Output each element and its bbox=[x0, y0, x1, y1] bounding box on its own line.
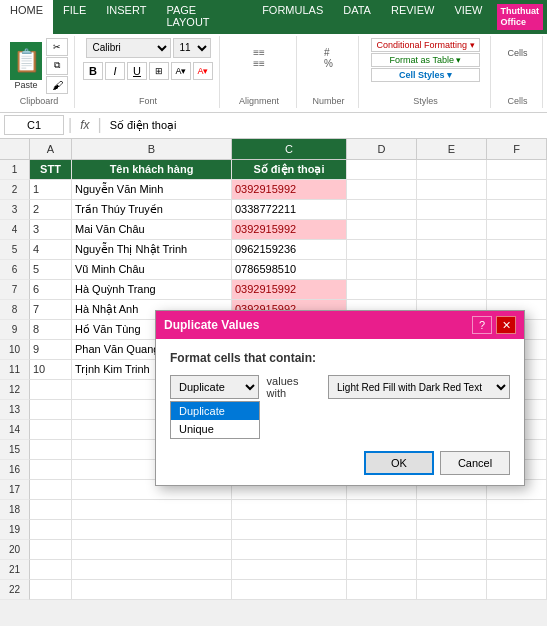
cell-b[interactable]: Vũ Minh Châu bbox=[72, 260, 232, 280]
cell-f[interactable] bbox=[487, 540, 547, 560]
cell-b[interactable] bbox=[72, 580, 232, 600]
cell-a[interactable]: 3 bbox=[30, 220, 72, 240]
cell-f[interactable] bbox=[487, 260, 547, 280]
cell-styles-button[interactable]: Cell Styles ▾ bbox=[371, 68, 479, 82]
format-as-table-button[interactable]: Format as Table ▾ bbox=[371, 53, 479, 67]
font-name-select[interactable]: Calibri bbox=[86, 38, 171, 58]
font-color-button[interactable]: A▾ bbox=[193, 62, 213, 80]
cell-c[interactable]: 0338772211 bbox=[232, 200, 347, 220]
cell-b[interactable]: Tên khách hàng bbox=[72, 160, 232, 180]
cell-a[interactable] bbox=[30, 460, 72, 480]
ok-button[interactable]: OK bbox=[364, 451, 434, 475]
table-row[interactable]: 20 bbox=[0, 540, 547, 560]
cancel-button[interactable]: Cancel bbox=[440, 451, 510, 475]
border-button[interactable]: ⊞ bbox=[149, 62, 169, 80]
cell-a[interactable]: 8 bbox=[30, 320, 72, 340]
cell-e[interactable] bbox=[417, 520, 487, 540]
cell-c[interactable]: 0962159236 bbox=[232, 240, 347, 260]
paste-area[interactable]: 📋 Paste bbox=[10, 42, 42, 90]
tab-home[interactable]: HOME bbox=[0, 0, 53, 34]
cell-e[interactable] bbox=[417, 180, 487, 200]
cell-f[interactable] bbox=[487, 580, 547, 600]
cell-a[interactable] bbox=[30, 420, 72, 440]
cell-c[interactable] bbox=[232, 560, 347, 580]
col-header-d[interactable]: D bbox=[347, 139, 417, 159]
col-header-c[interactable]: C bbox=[232, 139, 347, 159]
name-box[interactable] bbox=[4, 115, 64, 135]
underline-button[interactable]: U bbox=[127, 62, 147, 80]
copy-button[interactable]: ⧉ bbox=[46, 57, 68, 75]
col-header-e[interactable]: E bbox=[417, 139, 487, 159]
cell-d[interactable] bbox=[347, 240, 417, 260]
cell-e[interactable] bbox=[417, 560, 487, 580]
duplicate-values-dialog[interactable]: Duplicate Values ? ✕ Format cells that c… bbox=[155, 310, 525, 486]
cell-e[interactable] bbox=[417, 540, 487, 560]
cell-c[interactable]: 0392915992 bbox=[232, 180, 347, 200]
tab-review[interactable]: REVIEW bbox=[381, 0, 444, 34]
cell-e[interactable] bbox=[417, 260, 487, 280]
cell-a[interactable] bbox=[30, 400, 72, 420]
cell-e[interactable] bbox=[417, 220, 487, 240]
cell-d[interactable] bbox=[347, 520, 417, 540]
cell-d[interactable] bbox=[347, 560, 417, 580]
cell-e[interactable] bbox=[417, 500, 487, 520]
cell-d[interactable] bbox=[347, 580, 417, 600]
table-row[interactable]: 3 2 Trần Thúy Truyền 0338772211 bbox=[0, 200, 547, 220]
cell-c[interactable]: Số điện thoại bbox=[232, 160, 347, 180]
format-painter-button[interactable]: 🖌 bbox=[46, 76, 68, 94]
cell-a[interactable]: 10 bbox=[30, 360, 72, 380]
dialog-close-button[interactable]: ✕ bbox=[496, 316, 516, 334]
cell-d[interactable] bbox=[347, 180, 417, 200]
cell-b[interactable]: Trần Thúy Truyền bbox=[72, 200, 232, 220]
cell-f[interactable] bbox=[487, 180, 547, 200]
duplicate-type-select[interactable]: Duplicate bbox=[170, 375, 259, 399]
table-row[interactable]: 6 5 Vũ Minh Châu 0786598510 bbox=[0, 260, 547, 280]
cell-c[interactable]: 0392915992 bbox=[232, 280, 347, 300]
cell-a[interactable]: 9 bbox=[30, 340, 72, 360]
table-row[interactable]: 5 4 Nguyễn Thị Nhật Trinh 0962159236 bbox=[0, 240, 547, 260]
cell-a[interactable] bbox=[30, 480, 72, 500]
cell-b[interactable]: Nguyễn Thị Nhật Trinh bbox=[72, 240, 232, 260]
cell-a[interactable]: 2 bbox=[30, 200, 72, 220]
cell-a[interactable] bbox=[30, 580, 72, 600]
cell-c[interactable] bbox=[232, 500, 347, 520]
cell-d[interactable] bbox=[347, 500, 417, 520]
table-row[interactable]: 2 1 Nguyễn Văn Minh 0392915992 bbox=[0, 180, 547, 200]
cell-b[interactable] bbox=[72, 520, 232, 540]
dropdown-option-duplicate[interactable]: Duplicate bbox=[171, 402, 259, 420]
tab-insert[interactable]: INSERT bbox=[96, 0, 156, 34]
cell-e[interactable] bbox=[417, 160, 487, 180]
cell-f[interactable] bbox=[487, 200, 547, 220]
cell-c[interactable] bbox=[232, 580, 347, 600]
cell-a[interactable]: 1 bbox=[30, 180, 72, 200]
tab-formulas[interactable]: FORMULAS bbox=[252, 0, 333, 34]
cell-d[interactable] bbox=[347, 540, 417, 560]
cell-e[interactable] bbox=[417, 200, 487, 220]
cell-f[interactable] bbox=[487, 500, 547, 520]
table-row[interactable]: 18 bbox=[0, 500, 547, 520]
cell-d[interactable] bbox=[347, 260, 417, 280]
table-row[interactable]: 21 bbox=[0, 560, 547, 580]
cell-e[interactable] bbox=[417, 240, 487, 260]
cell-b[interactable] bbox=[72, 500, 232, 520]
cell-a[interactable] bbox=[30, 380, 72, 400]
cell-e[interactable] bbox=[417, 280, 487, 300]
cell-c[interactable]: 0392915992 bbox=[232, 220, 347, 240]
cell-f[interactable] bbox=[487, 220, 547, 240]
formula-input[interactable] bbox=[106, 119, 543, 131]
dropdown-option-unique[interactable]: Unique bbox=[171, 420, 259, 438]
cell-e[interactable] bbox=[417, 580, 487, 600]
tab-file[interactable]: FILE bbox=[53, 0, 96, 34]
table-row[interactable]: 1 STT Tên khách hàng Số điện thoại bbox=[0, 160, 547, 180]
cell-c[interactable] bbox=[232, 540, 347, 560]
cell-a[interactable]: 5 bbox=[30, 260, 72, 280]
cell-a[interactable]: STT bbox=[30, 160, 72, 180]
format-style-select[interactable]: Light Red Fill with Dark Red Text bbox=[328, 375, 510, 399]
col-header-b[interactable]: B bbox=[72, 139, 232, 159]
cell-f[interactable] bbox=[487, 240, 547, 260]
cell-f[interactable] bbox=[487, 160, 547, 180]
cell-a[interactable] bbox=[30, 500, 72, 520]
cell-d[interactable] bbox=[347, 200, 417, 220]
cell-f[interactable] bbox=[487, 520, 547, 540]
cell-f[interactable] bbox=[487, 560, 547, 580]
